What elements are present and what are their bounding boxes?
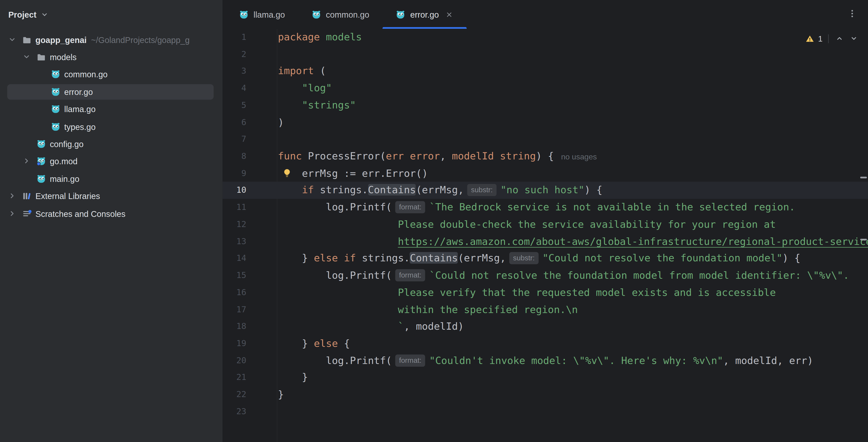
line-number[interactable]: 21 bbox=[222, 369, 246, 386]
url-link[interactable]: https://aws.amazon.com/about-aws/global-… bbox=[398, 235, 868, 247]
code-line-10[interactable]: 10 if strings.Contains(errMsg,substr:"no… bbox=[222, 182, 868, 199]
editor-tab-bar: llama.gocommon.goerror.go bbox=[222, 0, 868, 29]
code-line-17[interactable]: 17 within the specified region.\n bbox=[222, 301, 868, 318]
tree-item-types-go[interactable]: types.go bbox=[0, 118, 222, 135]
inspections-widget: 1 bbox=[805, 33, 859, 44]
active-tab-indicator bbox=[382, 27, 467, 29]
code-line-4[interactable]: 4 "log" bbox=[222, 80, 868, 97]
tree-item-models[interactable]: models bbox=[0, 48, 222, 66]
tree-item-scratches-and-consoles[interactable]: Scratches and Consoles bbox=[0, 205, 222, 222]
line-number[interactable]: 1 bbox=[222, 29, 246, 46]
code-line-8[interactable]: 8func ProcessError(err error, modelId st… bbox=[222, 148, 868, 165]
previous-problem-button[interactable] bbox=[834, 33, 845, 44]
code-line-7[interactable]: 7 bbox=[222, 131, 868, 148]
line-number[interactable]: 22 bbox=[222, 386, 246, 403]
code-line-11[interactable]: 11 log.Printf(format:`The Bedrock servic… bbox=[222, 199, 868, 216]
project-panel-header[interactable]: Project bbox=[0, 0, 222, 29]
line-number[interactable]: 19 bbox=[222, 335, 246, 352]
code-line-13[interactable]: 13 https://aws.amazon.com/about-aws/glob… bbox=[222, 233, 868, 250]
code-text: log.Printf(format:`The Bedrock service i… bbox=[278, 199, 795, 216]
tree-item-main-go[interactable]: main.go bbox=[0, 170, 222, 187]
code-line-9[interactable]: 9 errMsg := err.Error() bbox=[222, 165, 868, 182]
code-line-6[interactable]: 6) bbox=[222, 114, 868, 131]
line-number[interactable]: 18 bbox=[222, 318, 246, 335]
line-number[interactable]: 9 bbox=[222, 165, 246, 182]
code-line-16[interactable]: 16 Please verify that the requested mode… bbox=[222, 284, 868, 301]
tree-item-label: llama.go bbox=[64, 105, 96, 114]
tree-item-goapp-genai[interactable]: goapp_genai~/GolandProjects/goapp_g bbox=[0, 31, 222, 48]
line-number[interactable]: 16 bbox=[222, 284, 246, 301]
code-line-19[interactable]: 19 } else { bbox=[222, 335, 868, 352]
editor-area: llama.gocommon.goerror.go 1package model… bbox=[222, 0, 868, 442]
chevron-right-icon[interactable] bbox=[8, 191, 17, 201]
close-icon[interactable] bbox=[445, 10, 453, 18]
go-file-icon bbox=[51, 70, 60, 79]
line-number[interactable]: 12 bbox=[222, 216, 246, 233]
code-line-12[interactable]: 12 Please double-check the service avail… bbox=[222, 216, 868, 233]
scrollbar-mark[interactable] bbox=[860, 177, 867, 178]
line-number[interactable]: 5 bbox=[222, 97, 246, 114]
code-line-15[interactable]: 15 log.Printf(format:`Could not resolve … bbox=[222, 267, 868, 284]
next-problem-button[interactable] bbox=[849, 33, 859, 44]
line-number[interactable]: 13 bbox=[222, 233, 246, 250]
code-text: https://aws.amazon.com/about-aws/global-… bbox=[278, 233, 868, 250]
code-line-18[interactable]: 18 `, modelId) bbox=[222, 318, 868, 335]
line-number[interactable]: 10 bbox=[222, 182, 246, 199]
tab-common-go[interactable]: common.go bbox=[298, 0, 382, 29]
tree-item-llama-go[interactable]: llama.go bbox=[0, 100, 222, 118]
line-number[interactable]: 3 bbox=[222, 63, 246, 80]
tree-item-error-go[interactable]: error.go bbox=[0, 83, 222, 100]
code-line-21[interactable]: 21 } bbox=[222, 369, 868, 386]
tab-llama-go[interactable]: llama.go bbox=[226, 0, 298, 29]
line-number[interactable]: 8 bbox=[222, 148, 246, 165]
code-line-22[interactable]: 22} bbox=[222, 386, 868, 403]
code-line-2[interactable]: 2 bbox=[222, 46, 868, 63]
widget-divider bbox=[828, 34, 829, 43]
project-panel-title: Project bbox=[8, 10, 36, 19]
line-number[interactable]: 4 bbox=[222, 80, 246, 97]
go-file-icon bbox=[51, 105, 60, 114]
code-line-5[interactable]: 5 "strings" bbox=[222, 97, 868, 114]
tree-item-go-mod[interactable]: go.mod bbox=[0, 153, 222, 170]
folder-icon bbox=[36, 52, 46, 62]
line-number[interactable]: 17 bbox=[222, 301, 246, 318]
code-text: `, modelId) bbox=[278, 318, 464, 335]
ide-window: Project goapp_genai~/GolandProjects/goap… bbox=[0, 0, 868, 442]
tree-item-label: Scratches and Consoles bbox=[35, 209, 126, 218]
chevron-right-icon[interactable] bbox=[22, 157, 32, 166]
line-number[interactable]: 6 bbox=[222, 114, 246, 131]
code-editor[interactable]: 1package models23import (4 "log"5 "strin… bbox=[222, 29, 868, 442]
scrollbar-mark[interactable] bbox=[860, 239, 867, 240]
code-line-1[interactable]: 1package models bbox=[222, 29, 868, 46]
line-number[interactable]: 20 bbox=[222, 352, 246, 369]
line-number[interactable]: 2 bbox=[222, 46, 246, 63]
chevron-down-icon[interactable] bbox=[22, 52, 32, 62]
code-text: Please verify that the requested model e… bbox=[278, 284, 776, 301]
tab-label: error.go bbox=[410, 10, 439, 19]
tree-item-common-go[interactable]: common.go bbox=[0, 66, 222, 83]
more-options-icon[interactable] bbox=[845, 6, 859, 23]
tab-error-go[interactable]: error.go bbox=[382, 0, 467, 29]
go-file-icon bbox=[36, 139, 46, 149]
code-text: "log" bbox=[278, 80, 332, 97]
line-number[interactable]: 7 bbox=[222, 131, 246, 148]
project-path: ~/GolandProjects/goapp_g bbox=[91, 35, 189, 45]
code-text: } else if strings.Contains(errMsg,substr… bbox=[278, 250, 800, 267]
code-text: func ProcessError(err error, modelId str… bbox=[278, 148, 597, 165]
warning-count: 1 bbox=[818, 34, 823, 43]
line-number[interactable]: 11 bbox=[222, 199, 246, 216]
tree-item-label: go.mod bbox=[50, 157, 78, 166]
line-number[interactable]: 23 bbox=[222, 403, 246, 420]
chevron-right-icon[interactable] bbox=[8, 209, 17, 218]
code-line-23[interactable]: 23 bbox=[222, 403, 868, 420]
code-line-14[interactable]: 14 } else if strings.Contains(errMsg,sub… bbox=[222, 250, 868, 267]
line-number[interactable]: 15 bbox=[222, 267, 246, 284]
tree-item-config-go[interactable]: config.go bbox=[0, 135, 222, 153]
tree-item-label: config.go bbox=[50, 139, 84, 149]
chevron-down-icon[interactable] bbox=[8, 35, 17, 45]
tab-label: common.go bbox=[326, 10, 369, 19]
line-number[interactable]: 14 bbox=[222, 250, 246, 267]
tree-item-external-libraries[interactable]: External Libraries bbox=[0, 187, 222, 205]
code-line-3[interactable]: 3import ( bbox=[222, 63, 868, 80]
code-line-20[interactable]: 20 log.Printf(format:"Couldn't invoke mo… bbox=[222, 352, 868, 369]
